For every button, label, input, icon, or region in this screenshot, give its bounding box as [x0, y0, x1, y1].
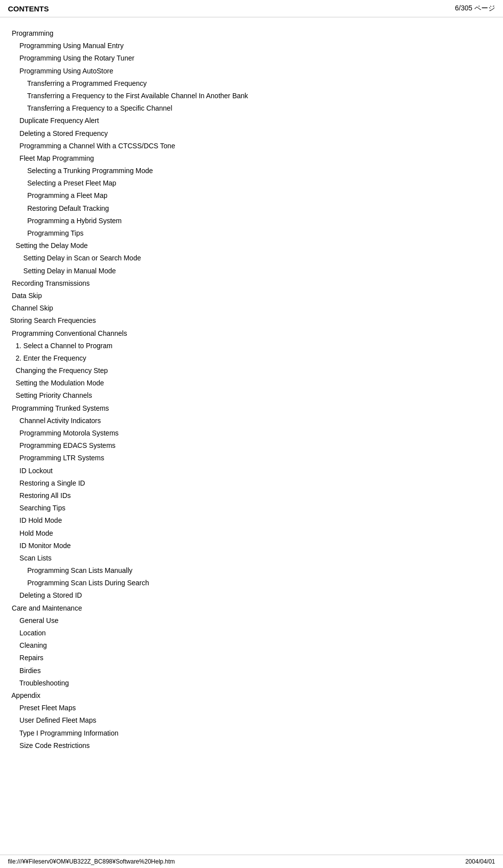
toc-item[interactable]: Storing Search Frequencies — [8, 314, 495, 327]
toc-item[interactable]: Programming Scan Lists Manually — [8, 564, 495, 577]
toc-item[interactable]: Duplicate Frequency Alert — [8, 115, 495, 127]
toc-item[interactable]: Appendix — [8, 689, 495, 702]
toc-item[interactable]: Transferring a Frequency to the First Av… — [8, 90, 495, 102]
toc-item[interactable]: ID Hold Mode — [8, 514, 495, 527]
toc-item[interactable]: Hold Mode — [8, 527, 495, 540]
toc-item[interactable]: Restoring a Single ID — [8, 477, 495, 490]
toc-item[interactable]: Programming Scan Lists During Search — [8, 577, 495, 589]
toc-item[interactable] — [8, 752, 495, 764]
toc-item[interactable]: Setting Delay in Manual Mode — [8, 265, 495, 277]
footer-right: 2004/04/01 — [465, 858, 495, 865]
toc-item[interactable]: 1. Select a Channel to Program — [8, 340, 495, 352]
toc-item[interactable]: Setting the Delay Mode — [8, 240, 495, 252]
toc-item[interactable]: Size Code Restrictions — [8, 740, 495, 752]
toc-item[interactable]: Setting the Modulation Mode — [8, 377, 495, 389]
toc-item[interactable]: Programming a Channel With a CTCSS/DCS T… — [8, 140, 495, 152]
toc-item[interactable]: Setting Delay in Scan or Search Mode — [8, 252, 495, 264]
toc-item[interactable]: Setting Priority Channels — [8, 389, 495, 402]
toc-list: Programming Programming Using Manual Ent… — [8, 27, 495, 764]
toc-item[interactable]: Programming a Hybrid System — [8, 215, 495, 227]
toc-item[interactable]: Programming Using the Rotary Tuner — [8, 52, 495, 64]
toc-item[interactable]: Selecting a Preset Fleet Map — [8, 177, 495, 189]
page-footer: file:///¥¥Fileserv0¥OM¥UB322Z_BC898¥Soft… — [0, 855, 503, 868]
toc-item[interactable]: Troubleshooting — [8, 677, 495, 689]
toc-item[interactable]: Programming Using AutoStore — [8, 65, 495, 77]
toc-item[interactable]: Restoring Default Tracking — [8, 202, 495, 215]
toc-item[interactable]: Deleting a Stored Frequency — [8, 127, 495, 140]
toc-item[interactable]: Programming Conventional Channels — [8, 327, 495, 340]
toc-item[interactable]: Type I Programming Information — [8, 727, 495, 740]
toc-item[interactable]: 2. Enter the Frequency — [8, 352, 495, 365]
toc-item[interactable]: Transferring a Programmed Frequency — [8, 77, 495, 90]
toc-item[interactable]: Fleet Map Programming — [8, 152, 495, 165]
toc-item[interactable]: Programming LTR Systems — [8, 452, 495, 464]
toc-item[interactable]: Preset Fleet Maps — [8, 702, 495, 714]
header-page: 6/305 ページ — [455, 4, 495, 13]
toc-item[interactable]: User Defined Fleet Maps — [8, 714, 495, 727]
toc-item[interactable]: Repairs — [8, 652, 495, 664]
header-title: CONTENTS — [8, 4, 49, 13]
toc-item[interactable]: Programming a Fleet Map — [8, 189, 495, 202]
toc-item[interactable]: Programming Motorola Systems — [8, 427, 495, 439]
toc-item[interactable]: Transferring a Frequency to a Specific C… — [8, 102, 495, 115]
toc-item[interactable]: Birdies — [8, 665, 495, 677]
toc-item[interactable]: Programming Tips — [8, 227, 495, 240]
toc-item[interactable]: Location — [8, 627, 495, 639]
toc-item[interactable]: Restoring All IDs — [8, 490, 495, 502]
toc-content: Programming Programming Using Manual Ent… — [0, 17, 503, 794]
toc-item[interactable]: Channel Skip — [8, 302, 495, 314]
toc-item[interactable]: Cleaning — [8, 639, 495, 652]
toc-item[interactable]: ID Monitor Mode — [8, 540, 495, 552]
toc-item[interactable]: Changing the Frequency Step — [8, 365, 495, 377]
toc-item[interactable]: Programming Trunked Systems — [8, 402, 495, 415]
toc-item[interactable]: Programming EDACS Systems — [8, 439, 495, 452]
toc-item[interactable]: Programming — [8, 27, 495, 40]
toc-item[interactable]: Searching Tips — [8, 502, 495, 514]
toc-item[interactable]: Selecting a Trunking Programming Mode — [8, 165, 495, 177]
toc-item[interactable]: Channel Activity Indicators — [8, 415, 495, 427]
toc-item[interactable]: General Use — [8, 615, 495, 627]
toc-item[interactable]: Deleting a Stored ID — [8, 589, 495, 602]
toc-item[interactable]: Recording Transmissions — [8, 277, 495, 290]
toc-item[interactable]: Scan Lists — [8, 552, 495, 564]
toc-item[interactable]: Data Skip — [8, 290, 495, 302]
toc-item[interactable]: ID Lockout — [8, 465, 495, 477]
page-header: CONTENTS 6/305 ページ — [0, 0, 503, 17]
toc-item[interactable]: Care and Maintenance — [8, 602, 495, 615]
toc-item[interactable]: Programming Using Manual Entry — [8, 40, 495, 52]
footer-left: file:///¥¥Fileserv0¥OM¥UB322Z_BC898¥Soft… — [8, 858, 175, 865]
